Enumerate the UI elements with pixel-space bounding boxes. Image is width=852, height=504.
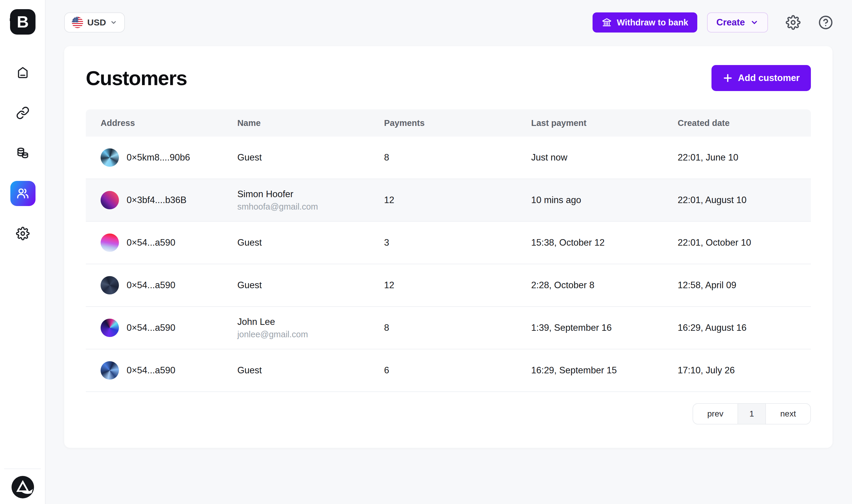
home-icon (16, 66, 30, 79)
sidebar-item-customers[interactable] (0, 173, 46, 213)
sidebar-item-settings[interactable] (0, 213, 46, 254)
avatar (101, 361, 119, 380)
payments-cell: 12 (384, 280, 531, 291)
add-customer-label: Add customer (738, 73, 800, 83)
help-circle-icon (818, 15, 833, 30)
brand-logo-letter: B (17, 14, 29, 30)
created-date-cell: 17:10, July 26 (678, 365, 811, 376)
customers-card: Customers Add customer Address Name Paym… (64, 46, 833, 448)
sidebar-divider (4, 469, 41, 469)
name-cell: Guest (237, 152, 384, 163)
last-payment-cell: Just now (531, 152, 678, 163)
current-page-indicator[interactable]: 1 (737, 404, 766, 424)
pager: prev 1 next (693, 403, 811, 425)
table-row[interactable]: 0×5km8....90b6 Guest 8 Just now 22:01, J… (86, 137, 811, 179)
gear-icon (786, 15, 801, 30)
coins-icon (16, 146, 30, 160)
address-value: 0×5km8....90b6 (127, 152, 190, 163)
address-cell: 0×5km8....90b6 (86, 148, 237, 167)
avatar (101, 319, 119, 337)
table-header-row: Address Name Payments Last payment Creat… (86, 109, 811, 137)
payments-cell: 12 (384, 195, 531, 205)
name-value: Guest (237, 237, 384, 248)
currency-selector[interactable]: USD (64, 13, 125, 33)
withdraw-to-bank-button[interactable]: Withdraw to bank (593, 13, 697, 33)
name-value: Guest (237, 365, 384, 376)
sidebar-item-payment-links[interactable] (0, 93, 46, 133)
link-icon (16, 106, 30, 120)
column-header-address: Address (86, 118, 237, 128)
address-cell: 0×3bf4....b36B (86, 191, 237, 209)
name-cell: Simon Hoofer smhoofa@gmail.com (237, 189, 384, 212)
payments-cell: 8 (384, 323, 531, 333)
name-value: Guest (237, 280, 384, 291)
withdraw-to-bank-label: Withdraw to bank (617, 18, 688, 28)
currency-label: USD (87, 17, 106, 28)
chevron-down-icon (110, 19, 117, 26)
name-value: John Lee (237, 317, 384, 327)
name-cell: Guest (237, 237, 384, 248)
name-value: Simon Hoofer (237, 189, 384, 200)
column-header-last-payment: Last payment (531, 118, 678, 128)
table-row[interactable]: 0×54...a590 Guest 6 16:29, September 15 … (86, 349, 811, 392)
email-value: smhoofa@gmail.com (237, 202, 384, 212)
name-value: Guest (237, 152, 384, 163)
page-title: Customers (86, 67, 187, 90)
address-value: 0×54...a590 (127, 365, 175, 376)
table-row[interactable]: 0×54...a590 John Lee jonlee@gmail.com 8 … (86, 307, 811, 349)
address-cell: 0×54...a590 (86, 319, 237, 337)
next-page-button[interactable]: next (766, 404, 810, 424)
partner-logo-icon (11, 475, 35, 499)
prev-page-button[interactable]: prev (693, 404, 737, 424)
avatar (101, 148, 119, 167)
column-header-name: Name (237, 118, 384, 128)
created-date-cell: 22:01, October 10 (678, 237, 811, 248)
create-label: Create (716, 17, 745, 28)
last-payment-cell: 10 mins ago (531, 195, 678, 205)
last-payment-cell: 1:39, September 16 (531, 323, 678, 333)
gear-icon (16, 227, 30, 240)
users-icon (16, 186, 30, 200)
settings-button[interactable] (786, 15, 801, 30)
payments-cell: 3 (384, 237, 531, 248)
active-nav-highlight (10, 181, 35, 206)
created-date-cell: 12:58, April 09 (678, 280, 811, 291)
payments-cell: 8 (384, 152, 531, 163)
name-cell: John Lee jonlee@gmail.com (237, 317, 384, 339)
address-cell: 0×54...a590 (86, 361, 237, 380)
brand-logo[interactable]: B (10, 9, 35, 35)
column-header-created-date: Created date (678, 118, 811, 128)
plus-icon (723, 73, 733, 83)
name-cell: Guest (237, 280, 384, 291)
brand-logo-pixel (7, 16, 10, 18)
avatar (101, 234, 119, 252)
sidebar-item-balances[interactable] (0, 133, 46, 173)
card-header: Customers Add customer (86, 65, 811, 91)
add-customer-button[interactable]: Add customer (712, 65, 811, 91)
sidebar: B (0, 0, 46, 504)
sidebar-nav (0, 53, 46, 254)
sidebar-item-home[interactable] (0, 53, 46, 93)
address-cell: 0×54...a590 (86, 234, 237, 252)
address-value: 0×3bf4....b36B (127, 195, 187, 205)
create-button[interactable]: Create (707, 13, 768, 33)
table-row[interactable]: 0×3bf4....b36B Simon Hoofer smhoofa@gmai… (86, 179, 811, 222)
avatar (101, 276, 119, 294)
table-row[interactable]: 0×54...a590 Guest 3 15:38, October 12 22… (86, 222, 811, 264)
created-date-cell: 22:01, August 10 (678, 195, 811, 205)
bank-icon (602, 17, 612, 28)
topbar-actions: Withdraw to bank Create (593, 13, 833, 33)
address-value: 0×54...a590 (127, 323, 175, 333)
last-payment-cell: 16:29, September 15 (531, 365, 678, 376)
created-date-cell: 16:29, August 16 (678, 323, 811, 333)
us-flag-icon (72, 17, 83, 28)
name-cell: Guest (237, 365, 384, 376)
email-value: jonlee@gmail.com (237, 329, 384, 339)
chevron-down-icon (750, 18, 759, 26)
brand-logo-pixel (10, 18, 13, 21)
payments-cell: 6 (384, 365, 531, 376)
help-button[interactable] (818, 15, 833, 30)
table-row[interactable]: 0×54...a590 Guest 12 2:28, October 8 12:… (86, 264, 811, 307)
address-value: 0×54...a590 (127, 280, 175, 291)
address-value: 0×54...a590 (127, 237, 175, 248)
